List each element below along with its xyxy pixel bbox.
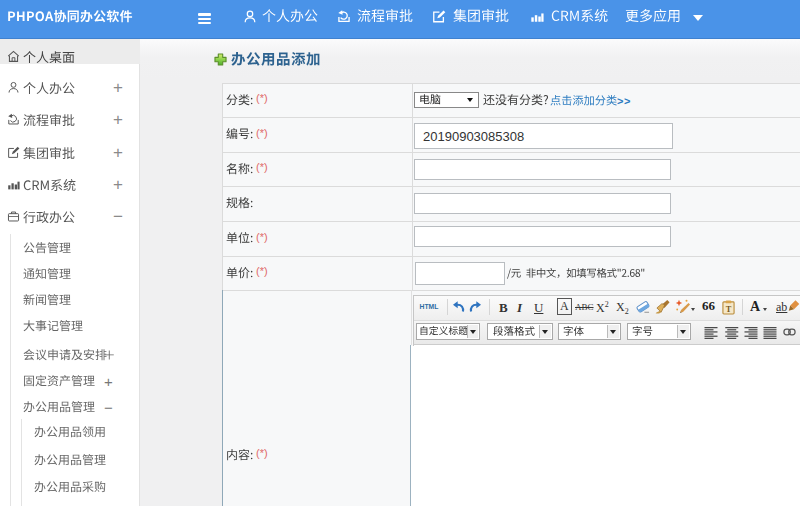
svg-text:T: T <box>726 305 732 314</box>
